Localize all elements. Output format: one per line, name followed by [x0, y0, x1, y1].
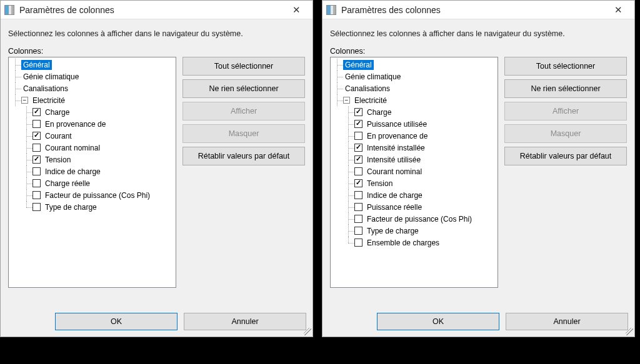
tree-node-label[interactable]: Ensemble de charges: [365, 238, 441, 248]
tree-node[interactable]: Génie climatique: [10, 71, 174, 82]
ok-button[interactable]: OK: [55, 313, 178, 330]
tree-node-label[interactable]: Tension: [43, 155, 72, 165]
tree-node-label[interactable]: Génie climatique: [21, 72, 81, 82]
tree-checkbox[interactable]: [354, 239, 362, 247]
tree-node[interactable]: Facteur de puissance (Cos Phi): [332, 213, 496, 225]
tree-checkbox[interactable]: [32, 108, 41, 116]
tree-node-label[interactable]: Courant nominal: [43, 143, 102, 153]
tree-checkbox[interactable]: [354, 227, 362, 235]
close-button[interactable]: ✕: [284, 2, 309, 18]
tree-node-label[interactable]: Puissance réelle: [365, 202, 424, 212]
tree-checkbox[interactable]: [32, 203, 41, 211]
tree-node-label[interactable]: Courant: [43, 131, 74, 141]
tree-node-label[interactable]: En provenance de: [43, 119, 108, 129]
tree-node-label[interactable]: Electricité: [31, 96, 67, 106]
app-icon: [326, 5, 336, 15]
select-all-button[interactable]: Tout sélectionner: [504, 57, 627, 76]
tree-node-label[interactable]: Puissance utilisée: [365, 119, 429, 129]
tree-node[interactable]: Tension: [332, 177, 496, 189]
tree-node-label[interactable]: Electricité: [352, 96, 389, 106]
tree-checkbox[interactable]: [32, 132, 41, 140]
tree-checkbox[interactable]: [354, 120, 362, 128]
app-icon: [4, 5, 14, 15]
tree-node[interactable]: −Electricité: [332, 94, 496, 106]
tree-node[interactable]: En provenance de: [10, 118, 174, 130]
tree-node[interactable]: Intensité installée: [332, 142, 496, 154]
columns-tree[interactable]: GénéralGénie climatiqueCanalisations−Ele…: [8, 57, 176, 288]
tree-checkbox[interactable]: [32, 144, 41, 152]
tree-node[interactable]: Charge réelle: [10, 177, 174, 189]
tree-node-label[interactable]: Charge: [43, 107, 71, 117]
select-none-button[interactable]: Ne rien sélectionner: [182, 79, 305, 98]
expander-icon[interactable]: −: [21, 97, 28, 104]
tree-node-label[interactable]: Canalisations: [343, 84, 392, 94]
tree-node-label[interactable]: Charge: [365, 107, 393, 117]
tree-node[interactable]: Charge: [10, 106, 174, 118]
tree-node-label[interactable]: Général: [21, 60, 52, 70]
tree-node-label[interactable]: Tension: [365, 179, 394, 189]
tree-checkbox[interactable]: [354, 167, 362, 175]
reset-defaults-button[interactable]: Rétablir valeurs par défaut: [504, 147, 627, 165]
tree-node-label[interactable]: Type de charge: [365, 226, 421, 236]
tree-node-label[interactable]: Canalisations: [21, 84, 70, 94]
tree-node-label[interactable]: Indice de charge: [43, 167, 102, 177]
tree-node-label[interactable]: Type de charge: [43, 202, 99, 212]
ok-button[interactable]: OK: [377, 313, 499, 330]
tree-node-label[interactable]: Indice de charge: [365, 190, 424, 200]
resize-grip[interactable]: [304, 328, 311, 335]
tree-node[interactable]: Type de charge: [10, 201, 174, 213]
cancel-button[interactable]: Annuler: [184, 313, 306, 330]
tree-node-label[interactable]: Général: [343, 60, 374, 70]
tree-node[interactable]: Indice de charge: [332, 189, 496, 201]
tree-node-label[interactable]: En provenance de: [365, 131, 429, 141]
tree-node-label[interactable]: Intensité utilisée: [365, 155, 422, 165]
tree-node[interactable]: Charge: [332, 106, 496, 118]
tree-node[interactable]: Puissance réelle: [332, 201, 496, 213]
tree-checkbox[interactable]: [32, 167, 41, 175]
tree-node-label[interactable]: Génie climatique: [343, 72, 402, 82]
tree-node-label[interactable]: Facteur de puissance (Cos Phi): [43, 190, 152, 200]
reset-defaults-button[interactable]: Rétablir valeurs par défaut: [182, 147, 305, 165]
tree-node-label[interactable]: Facteur de puissance (Cos Phi): [365, 214, 474, 224]
tree-node[interactable]: Puissance utilisée: [332, 118, 496, 130]
tree-node[interactable]: En provenance de: [332, 130, 496, 142]
resize-grip[interactable]: [626, 328, 633, 335]
tree-checkbox[interactable]: [32, 120, 41, 128]
select-all-button[interactable]: Tout sélectionner: [182, 57, 305, 76]
tree-node[interactable]: Ensemble de charges: [332, 237, 496, 248]
expander-icon[interactable]: −: [343, 97, 350, 104]
tree-node[interactable]: Courant nominal: [10, 142, 174, 154]
tree-node[interactable]: Canalisations: [332, 82, 496, 94]
tree-checkbox[interactable]: [32, 191, 41, 199]
tree-node[interactable]: Courant: [10, 130, 174, 142]
tree-node-label[interactable]: Intensité installée: [365, 143, 427, 153]
tree-checkbox[interactable]: [354, 179, 362, 187]
tree-checkbox[interactable]: [354, 108, 362, 116]
tree-node[interactable]: Canalisations: [10, 82, 174, 94]
tree-node[interactable]: Type de charge: [332, 225, 496, 237]
tree-node[interactable]: Indice de charge: [10, 165, 174, 177]
tree-checkbox[interactable]: [354, 155, 362, 164]
tree-checkbox[interactable]: [354, 191, 362, 199]
cancel-button[interactable]: Annuler: [506, 313, 628, 330]
columns-tree[interactable]: GénéralGénie climatiqueCanalisations−Ele…: [330, 57, 498, 288]
select-none-button[interactable]: Ne rien sélectionner: [504, 79, 627, 98]
tree-node-label[interactable]: Charge réelle: [43, 179, 92, 189]
tree-checkbox[interactable]: [354, 132, 362, 140]
tree-node[interactable]: Général: [332, 59, 496, 71]
tree-node[interactable]: Général: [10, 59, 174, 71]
tree-checkbox[interactable]: [354, 215, 362, 223]
tree-node-label[interactable]: Courant nominal: [365, 167, 424, 177]
tree-node[interactable]: Courant nominal: [332, 165, 496, 177]
tree-node[interactable]: Facteur de puissance (Cos Phi): [10, 189, 174, 201]
tree-node[interactable]: Tension: [10, 154, 174, 165]
tree-checkbox[interactable]: [32, 179, 41, 187]
tree-checkbox[interactable]: [32, 155, 41, 164]
tree-node[interactable]: Intensité utilisée: [332, 154, 496, 165]
tree-node[interactable]: −Electricité: [10, 94, 174, 106]
close-button[interactable]: ✕: [606, 2, 631, 18]
tree-checkbox[interactable]: [354, 203, 362, 211]
tree-checkbox[interactable]: [354, 144, 362, 152]
column-settings-dialog: Paramètres de colonnes ✕ Sélectionnez le…: [0, 0, 313, 337]
tree-node[interactable]: Génie climatique: [332, 71, 496, 82]
